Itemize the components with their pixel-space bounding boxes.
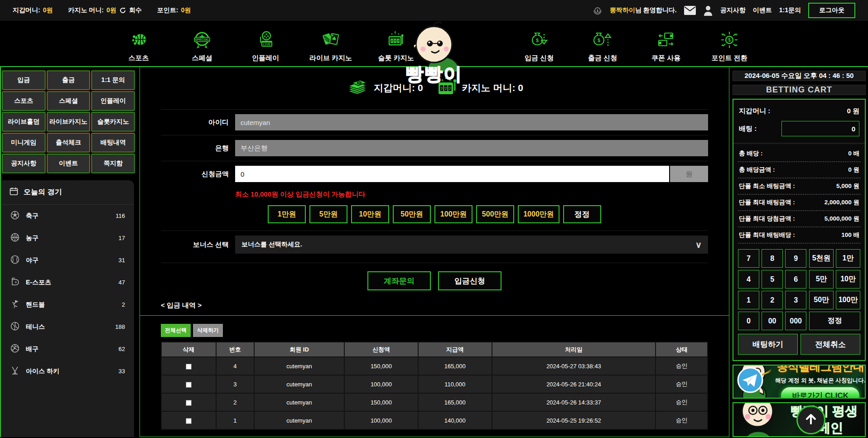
bet-amount-input[interactable]: [781, 121, 859, 136]
amount-button-1m[interactable]: 100만원: [434, 205, 473, 223]
cell-status: 승인: [656, 357, 708, 375]
cell-status: 승인: [656, 375, 708, 393]
quick-key-1000000[interactable]: 100만: [836, 291, 860, 309]
numpad-key-2[interactable]: 2: [762, 291, 783, 309]
cancel-all-button[interactable]: 전체취소: [800, 334, 860, 355]
chevron-down-icon: ∨: [695, 240, 702, 250]
table-header-row: 삭제 번호 회원 ID 신청액 지급액 처리일 상태: [161, 342, 708, 357]
numpad-key-4[interactable]: 4: [738, 270, 759, 289]
sidebar-item-slot-casino[interactable]: 슬롯카지노: [92, 112, 135, 131]
numpad-key-00[interactable]: 00: [762, 312, 783, 330]
sidebar-item-sports[interactable]: 스포츠: [2, 91, 45, 111]
sport-item-handball[interactable]: 핸드볼 2: [1, 294, 134, 316]
row-checkbox[interactable]: [186, 400, 192, 406]
sidebar-item-inplay[interactable]: 인플레이: [92, 91, 135, 111]
sidebar-item-deposit[interactable]: 입금: [2, 71, 45, 90]
sidebar-item-live-casino[interactable]: 라이브카지노: [47, 112, 90, 131]
select-all-button[interactable]: 전체선택: [161, 324, 191, 337]
telegram-banner[interactable]: ? 공식텔레그램안내 해당 계정 외 봇, 채널은 사칭입니다. 바로가기 CL…: [733, 365, 866, 399]
amount-button-10m[interactable]: 1000만원: [518, 205, 559, 223]
cell-no: 2: [216, 393, 254, 411]
delete-button[interactable]: 삭제하기: [193, 324, 223, 337]
sidebar-item-withdraw[interactable]: 출금: [47, 71, 90, 90]
numpad-key-9[interactable]: 9: [785, 249, 806, 268]
amount-button-500k[interactable]: 50만원: [393, 205, 431, 223]
sport-item-basketball[interactable]: 농구 17: [1, 227, 134, 249]
sport-item-esports[interactable]: E-스포츠 47: [1, 271, 134, 294]
numpad-key-8[interactable]: 8: [762, 249, 783, 268]
numpad-key-0[interactable]: 0: [738, 312, 759, 330]
sport-item-volleyball[interactable]: 배구 62: [1, 338, 134, 360]
deposit-submit-button[interactable]: 입금신청: [438, 271, 502, 290]
quick-key-500000[interactable]: 50만: [809, 291, 834, 309]
cart-actions: 배팅하기 전체취소: [738, 334, 860, 355]
quick-key-100000[interactable]: 10만: [836, 270, 860, 289]
amount-button-100k[interactable]: 10만원: [351, 205, 389, 223]
quick-amount-row: 1만원 5만원 10만원 50만원 100만원 500만원 1000만원 정정: [161, 200, 708, 231]
amount-button-10k[interactable]: 1만원: [268, 205, 306, 223]
nav-item-inplay[interactable]: LIVE 인플레이: [246, 30, 285, 63]
cart-wallet-value: 0 원: [847, 107, 859, 116]
sport-item-soccer[interactable]: 축구 116: [1, 205, 134, 227]
amount-button-50k[interactable]: 5만원: [309, 205, 347, 223]
stat-value: 2,000,000 원: [825, 198, 859, 207]
place-bet-button[interactable]: 배팅하기: [738, 334, 798, 355]
numpad-key-6[interactable]: 6: [785, 270, 806, 289]
bank-field[interactable]: [235, 140, 708, 156]
account-inquiry-button[interactable]: 계좌문의: [367, 271, 431, 290]
sidebar-item-attendance[interactable]: 출석체크: [47, 133, 90, 152]
numpad-key-7[interactable]: 7: [738, 249, 759, 268]
numpad-key-1[interactable]: 1: [738, 291, 759, 309]
id-field[interactable]: [235, 114, 708, 130]
nav-item-special[interactable]: SPECIAL 스페셜: [183, 30, 222, 63]
numpad-key-5[interactable]: 5: [762, 270, 783, 289]
sidebar-item-event[interactable]: 이벤트: [47, 154, 90, 173]
nav-item-live-casino[interactable]: 라이브 카지노: [309, 30, 352, 63]
nav-item-point[interactable]: $ 포인트 전환: [710, 30, 749, 63]
link-event[interactable]: 이벤트: [753, 6, 772, 14]
site-logo[interactable]: 빵빵이: [400, 21, 468, 87]
user-icon[interactable]: [703, 5, 713, 16]
sidebar-item-special[interactable]: 스페셜: [47, 91, 90, 111]
quick-key-50000[interactable]: 5만: [809, 270, 834, 289]
mail-icon[interactable]: [684, 6, 696, 15]
numpad-key-000[interactable]: 000: [785, 312, 806, 330]
amount-button-5m[interactable]: 500만원: [476, 205, 514, 223]
sidebar-item-inquiry[interactable]: 1:1 문의: [92, 71, 135, 90]
sidebar-item-bet-history[interactable]: 배팅내역: [92, 133, 135, 152]
stat-label: 단폴 최대 배팅금액 :: [739, 198, 795, 207]
mascot-happy-icon: [733, 402, 783, 437]
sport-item-ice-hockey[interactable]: 아이스 하키 33: [1, 360, 134, 382]
bonus-select[interactable]: 보너스를 선택하세요. ∨: [235, 236, 708, 254]
row-checkbox[interactable]: [186, 364, 192, 370]
cell-member: cutemyan: [254, 357, 344, 375]
nav-item-coupon[interactable]: 쿠폰 사용: [646, 30, 685, 63]
logout-button[interactable]: 로그아웃: [808, 3, 855, 18]
quick-key-5000[interactable]: 5천원: [809, 249, 834, 268]
sport-item-tennis[interactable]: 테니스 188: [1, 316, 134, 338]
refresh-icon[interactable]: [119, 7, 126, 14]
sidebar-item-minigame[interactable]: 미니게임: [2, 133, 45, 152]
sidebar-menu: 입금 출금 1:1 문의 스포츠 스페셜 인플레이 라이브홀덤 라이브카지노 슬…: [1, 67, 137, 175]
sport-item-baseball[interactable]: 야구 31: [1, 249, 134, 271]
quick-key-10000[interactable]: 1만: [836, 249, 860, 268]
link-inquiry[interactable]: 1:1문의: [779, 6, 801, 14]
telegram-cta-button[interactable]: 바로가기 CLICK: [781, 387, 859, 399]
amount-clear-button[interactable]: 정정: [563, 205, 601, 223]
sidebar-item-live-holdem[interactable]: 라이브홀덤: [2, 112, 45, 131]
nav-item-withdraw[interactable]: $ 출금 신청: [583, 30, 622, 63]
sidebar-item-notice[interactable]: 공지사항: [2, 154, 45, 173]
row-checkbox[interactable]: [186, 382, 192, 388]
refresh-label[interactable]: 회수: [129, 6, 142, 14]
numpad-key-3[interactable]: 3: [785, 291, 806, 309]
link-notice[interactable]: 공지사항: [720, 6, 746, 14]
scroll-top-button[interactable]: [796, 405, 825, 434]
numpad-clear-button[interactable]: 정정: [809, 312, 860, 330]
row-checkbox[interactable]: [186, 418, 192, 424]
nav-item-deposit[interactable]: $ 입금 신청: [520, 30, 559, 63]
amount-field[interactable]: [235, 166, 669, 182]
withdraw-icon: $: [593, 30, 612, 51]
svg-text:7: 7: [444, 87, 447, 91]
sidebar-item-message[interactable]: 쪽지함: [92, 154, 135, 173]
nav-item-sports[interactable]: 스포츠: [119, 30, 158, 63]
